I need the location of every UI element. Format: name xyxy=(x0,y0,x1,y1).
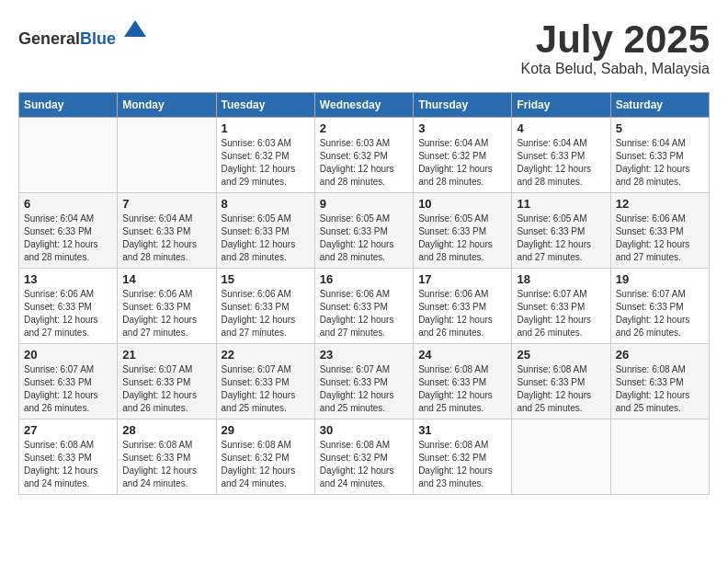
calendar-cell: 8Sunrise: 6:05 AM Sunset: 6:33 PM Daylig… xyxy=(216,193,314,269)
month-title: July 2025 xyxy=(521,18,710,61)
day-number: 18 xyxy=(517,272,605,286)
calendar-cell: 27Sunrise: 6:08 AM Sunset: 6:33 PM Dayli… xyxy=(19,419,118,495)
day-number: 17 xyxy=(418,272,506,286)
calendar-cell: 15Sunrise: 6:06 AM Sunset: 6:33 PM Dayli… xyxy=(216,269,314,344)
calendar-cell: 1Sunrise: 6:03 AM Sunset: 6:32 PM Daylig… xyxy=(216,118,314,193)
day-number: 6 xyxy=(24,197,112,211)
day-number: 2 xyxy=(320,121,408,135)
calendar-cell: 17Sunrise: 6:06 AM Sunset: 6:33 PM Dayli… xyxy=(414,269,512,344)
day-info: Sunrise: 6:08 AM Sunset: 6:33 PM Dayligh… xyxy=(24,439,112,490)
calendar-day-header: Tuesday xyxy=(216,93,314,118)
calendar-day-header: Friday xyxy=(512,93,610,118)
day-info: Sunrise: 6:07 AM Sunset: 6:33 PM Dayligh… xyxy=(122,363,210,415)
day-info: Sunrise: 6:07 AM Sunset: 6:33 PM Dayligh… xyxy=(24,363,112,415)
day-number: 28 xyxy=(122,423,210,437)
day-number: 24 xyxy=(418,348,506,362)
day-info: Sunrise: 6:03 AM Sunset: 6:32 PM Dayligh… xyxy=(222,137,310,189)
day-info: Sunrise: 6:06 AM Sunset: 6:33 PM Dayligh… xyxy=(616,213,704,264)
day-info: Sunrise: 6:05 AM Sunset: 6:33 PM Dayligh… xyxy=(222,213,310,264)
day-number: 11 xyxy=(517,197,605,211)
calendar-cell: 30Sunrise: 6:08 AM Sunset: 6:32 PM Dayli… xyxy=(314,419,413,495)
day-number: 8 xyxy=(222,197,310,211)
calendar-cell xyxy=(610,419,709,495)
logo: GeneralBlue xyxy=(18,18,148,49)
logo-icon xyxy=(122,18,148,44)
day-number: 20 xyxy=(24,348,112,362)
day-number: 9 xyxy=(320,197,408,211)
calendar-cell: 29Sunrise: 6:08 AM Sunset: 6:32 PM Dayli… xyxy=(216,419,314,495)
calendar-cell: 25Sunrise: 6:08 AM Sunset: 6:33 PM Dayli… xyxy=(512,344,610,419)
calendar-cell: 7Sunrise: 6:04 AM Sunset: 6:33 PM Daylig… xyxy=(118,193,216,269)
svg-marker-0 xyxy=(124,20,146,37)
day-info: Sunrise: 6:07 AM Sunset: 6:33 PM Dayligh… xyxy=(517,288,605,339)
calendar-day-header: Thursday xyxy=(414,93,512,118)
calendar-cell: 22Sunrise: 6:07 AM Sunset: 6:33 PM Dayli… xyxy=(216,344,314,419)
day-number: 13 xyxy=(24,272,112,286)
day-info: Sunrise: 6:08 AM Sunset: 6:32 PM Dayligh… xyxy=(320,439,408,490)
day-info: Sunrise: 6:08 AM Sunset: 6:33 PM Dayligh… xyxy=(517,363,605,415)
day-number: 19 xyxy=(616,272,704,286)
calendar-cell: 10Sunrise: 6:05 AM Sunset: 6:33 PM Dayli… xyxy=(414,193,512,269)
day-info: Sunrise: 6:04 AM Sunset: 6:33 PM Dayligh… xyxy=(24,213,112,264)
calendar-cell: 24Sunrise: 6:08 AM Sunset: 6:33 PM Dayli… xyxy=(414,344,512,419)
day-info: Sunrise: 6:07 AM Sunset: 6:33 PM Dayligh… xyxy=(222,363,310,415)
day-number: 31 xyxy=(418,423,506,437)
calendar-cell xyxy=(512,419,610,495)
calendar-cell: 6Sunrise: 6:04 AM Sunset: 6:33 PM Daylig… xyxy=(19,193,118,269)
day-info: Sunrise: 6:05 AM Sunset: 6:33 PM Dayligh… xyxy=(320,213,408,264)
calendar-day-header: Saturday xyxy=(610,93,709,118)
calendar-cell: 26Sunrise: 6:08 AM Sunset: 6:33 PM Dayli… xyxy=(610,344,709,419)
day-number: 26 xyxy=(616,348,704,362)
logo-content: GeneralBlue xyxy=(18,18,148,49)
calendar-cell xyxy=(118,118,216,193)
calendar-cell: 11Sunrise: 6:05 AM Sunset: 6:33 PM Dayli… xyxy=(512,193,610,269)
calendar-cell: 21Sunrise: 6:07 AM Sunset: 6:33 PM Dayli… xyxy=(118,344,216,419)
day-info: Sunrise: 6:08 AM Sunset: 6:33 PM Dayligh… xyxy=(616,363,704,415)
logo-general: General xyxy=(18,29,80,48)
day-number: 25 xyxy=(517,348,605,362)
calendar-cell: 28Sunrise: 6:08 AM Sunset: 6:33 PM Dayli… xyxy=(118,419,216,495)
day-info: Sunrise: 6:04 AM Sunset: 6:33 PM Dayligh… xyxy=(122,213,210,264)
title-area: July 2025 Kota Belud, Sabah, Malaysia xyxy=(521,18,710,77)
day-info: Sunrise: 6:06 AM Sunset: 6:33 PM Dayligh… xyxy=(320,288,408,339)
calendar-day-header: Sunday xyxy=(19,93,118,118)
calendar-week-row: 13Sunrise: 6:06 AM Sunset: 6:33 PM Dayli… xyxy=(19,269,710,344)
calendar-cell: 9Sunrise: 6:05 AM Sunset: 6:33 PM Daylig… xyxy=(314,193,413,269)
day-number: 29 xyxy=(222,423,310,437)
day-info: Sunrise: 6:05 AM Sunset: 6:33 PM Dayligh… xyxy=(517,213,605,264)
day-number: 1 xyxy=(222,121,310,135)
location-title: Kota Belud, Sabah, Malaysia xyxy=(521,61,710,77)
calendar-day-header: Wednesday xyxy=(314,93,413,118)
calendar-cell: 20Sunrise: 6:07 AM Sunset: 6:33 PM Dayli… xyxy=(19,344,118,419)
calendar-header-row: SundayMondayTuesdayWednesdayThursdayFrid… xyxy=(19,93,710,118)
logo-blue: Blue xyxy=(80,29,116,48)
day-number: 12 xyxy=(616,197,704,211)
day-number: 21 xyxy=(122,348,210,362)
day-info: Sunrise: 6:03 AM Sunset: 6:32 PM Dayligh… xyxy=(320,137,408,189)
day-number: 10 xyxy=(418,197,506,211)
calendar-cell xyxy=(19,118,118,193)
day-info: Sunrise: 6:06 AM Sunset: 6:33 PM Dayligh… xyxy=(222,288,310,339)
day-info: Sunrise: 6:04 AM Sunset: 6:32 PM Dayligh… xyxy=(418,137,506,189)
day-info: Sunrise: 6:07 AM Sunset: 6:33 PM Dayligh… xyxy=(616,288,704,339)
calendar-cell: 5Sunrise: 6:04 AM Sunset: 6:33 PM Daylig… xyxy=(610,118,709,193)
calendar-week-row: 27Sunrise: 6:08 AM Sunset: 6:33 PM Dayli… xyxy=(19,419,710,495)
day-info: Sunrise: 6:08 AM Sunset: 6:33 PM Dayligh… xyxy=(418,363,506,415)
day-number: 23 xyxy=(320,348,408,362)
calendar-week-row: 20Sunrise: 6:07 AM Sunset: 6:33 PM Dayli… xyxy=(19,344,710,419)
calendar-week-row: 1Sunrise: 6:03 AM Sunset: 6:32 PM Daylig… xyxy=(19,118,710,193)
calendar-cell: 3Sunrise: 6:04 AM Sunset: 6:32 PM Daylig… xyxy=(414,118,512,193)
calendar-cell: 4Sunrise: 6:04 AM Sunset: 6:33 PM Daylig… xyxy=(512,118,610,193)
page-header: GeneralBlue July 2025 Kota Belud, Sabah,… xyxy=(18,18,710,77)
day-number: 16 xyxy=(320,272,408,286)
calendar-cell: 16Sunrise: 6:06 AM Sunset: 6:33 PM Dayli… xyxy=(314,269,413,344)
calendar-cell: 23Sunrise: 6:07 AM Sunset: 6:33 PM Dayli… xyxy=(314,344,413,419)
day-info: Sunrise: 6:08 AM Sunset: 6:33 PM Dayligh… xyxy=(122,439,210,490)
calendar-week-row: 6Sunrise: 6:04 AM Sunset: 6:33 PM Daylig… xyxy=(19,193,710,269)
calendar-cell: 14Sunrise: 6:06 AM Sunset: 6:33 PM Dayli… xyxy=(118,269,216,344)
day-info: Sunrise: 6:07 AM Sunset: 6:33 PM Dayligh… xyxy=(320,363,408,415)
day-number: 14 xyxy=(122,272,210,286)
day-info: Sunrise: 6:06 AM Sunset: 6:33 PM Dayligh… xyxy=(24,288,112,339)
day-info: Sunrise: 6:08 AM Sunset: 6:32 PM Dayligh… xyxy=(418,439,506,490)
day-info: Sunrise: 6:06 AM Sunset: 6:33 PM Dayligh… xyxy=(122,288,210,339)
